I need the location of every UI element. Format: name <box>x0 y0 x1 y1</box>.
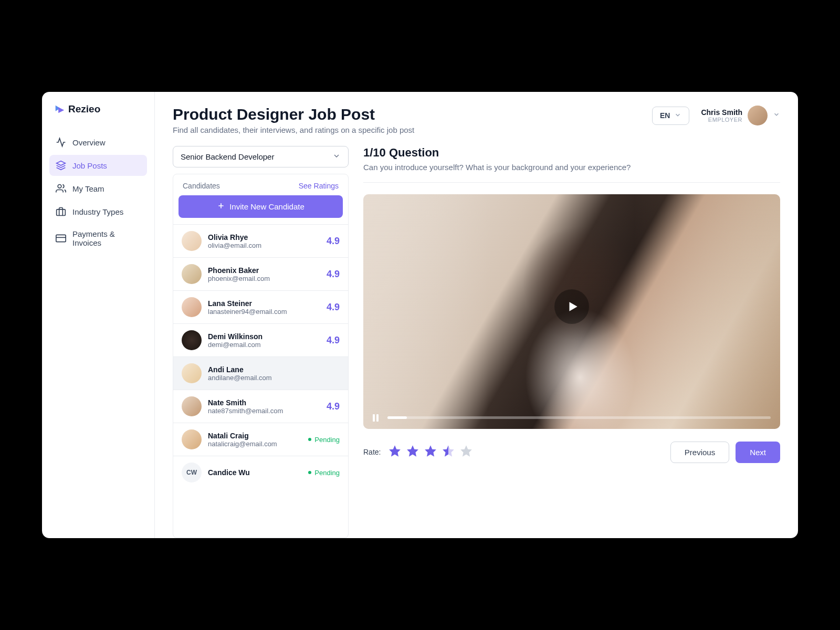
candidate-row[interactable]: Olivia Rhyeolivia@email.com4.9 <box>173 224 348 257</box>
candidate-info: Natali Craignatalicraig@email.com <box>208 432 302 448</box>
sidebar-item-industry-types[interactable]: Industry Types <box>49 201 147 222</box>
candidate-row[interactable]: Demi Wilkinsondemi@email.com4.9 <box>173 323 348 356</box>
credit-card-icon <box>56 233 66 244</box>
invite-candidate-button[interactable]: Invite New Candidate <box>178 195 343 218</box>
sidebar-item-label: My Team <box>72 184 104 193</box>
candidate-name: Nate Smith <box>208 398 320 407</box>
job-post-select[interactable]: Senior Backend Developer <box>173 146 349 167</box>
candidate-name: Natali Craig <box>208 432 302 440</box>
sidebar-item-payments-invoices[interactable]: Payments & Invoices <box>49 224 147 253</box>
svg-point-1 <box>58 185 61 188</box>
see-ratings-link[interactable]: See Ratings <box>299 182 339 190</box>
sidebar-item-label: Industry Types <box>72 207 123 216</box>
candidate-name: Candice Wu <box>208 468 302 477</box>
user-avatar <box>748 106 768 125</box>
sidebar-item-overview[interactable]: Overview <box>49 132 147 153</box>
invite-label: Invite New Candidate <box>229 202 304 211</box>
candidate-rating: 4.9 <box>327 401 340 412</box>
plus-icon <box>217 202 225 212</box>
candidate-email: andilane@email.com <box>208 374 340 382</box>
candidate-name: Lana Steiner <box>208 299 320 308</box>
main-content: Product Designer Job Post Find all candi… <box>155 92 798 538</box>
next-button[interactable]: Next <box>736 442 780 463</box>
pause-icon[interactable] <box>373 414 380 422</box>
sidebar: Rezieo OverviewJob PostsMy TeamIndustry … <box>42 92 155 538</box>
video-progress-fill <box>387 416 407 419</box>
previous-button[interactable]: Previous <box>670 442 729 463</box>
candidate-info: Demi Wilkinsondemi@email.com <box>208 332 320 349</box>
activity-icon <box>56 137 66 148</box>
candidate-avatar <box>182 297 202 317</box>
brand-logo: Rezieo <box>49 103 147 125</box>
language-selector[interactable]: EN <box>652 107 689 125</box>
candidate-avatar <box>182 396 202 416</box>
candidate-rating: 4.9 <box>327 269 340 280</box>
video-footer: Rate: Previous Next <box>363 442 780 463</box>
content-row: Senior Backend Developer Candidates See … <box>173 146 780 538</box>
chevron-down-icon <box>773 111 780 120</box>
candidate-pending-badge: Pending <box>308 436 340 444</box>
job-select-value: Senior Backend Developer <box>181 152 274 161</box>
layers-icon <box>56 160 66 171</box>
video-progress-bar[interactable] <box>387 416 771 419</box>
svg-marker-12 <box>461 445 472 457</box>
sidebar-nav: OverviewJob PostsMy TeamIndustry TypesPa… <box>49 132 147 253</box>
candidate-email: demi@email.com <box>208 341 320 349</box>
candidate-pending-badge: Pending <box>308 469 340 477</box>
star-icon[interactable] <box>388 444 402 460</box>
sidebar-item-label: Payments & Invoices <box>72 229 141 247</box>
candidate-rating: 4.9 <box>327 236 340 247</box>
candidate-info: Olivia Rhyeolivia@email.com <box>208 233 320 249</box>
candidate-row[interactable]: Andi Laneandilane@email.com <box>173 356 348 390</box>
candidate-email: olivia@email.com <box>208 242 320 249</box>
svg-rect-3 <box>56 235 66 242</box>
user-menu[interactable]: Chris Smith EMPLOYER <box>701 106 780 125</box>
candidate-row[interactable]: Natali Craignatalicraig@email.comPending <box>173 423 348 456</box>
candidate-info: Phoenix Bakerphoenix@email.com <box>208 266 320 282</box>
rating-stars[interactable] <box>388 444 473 460</box>
question-counter: 1/10 Question <box>363 146 780 160</box>
candidate-info: Lana Steinerlanasteiner94@email.com <box>208 299 320 316</box>
star-icon[interactable] <box>442 444 455 460</box>
sidebar-item-job-posts[interactable]: Job Posts <box>49 155 147 176</box>
star-icon[interactable] <box>406 444 419 460</box>
candidate-email: nate87smith@email.com <box>208 407 320 415</box>
candidate-name: Andi Lane <box>208 365 340 374</box>
candidate-avatar <box>182 264 202 284</box>
star-icon[interactable] <box>459 444 473 460</box>
candidate-avatar <box>182 330 202 350</box>
rate-label: Rate: <box>363 448 381 456</box>
candidates-panel: Candidates See Ratings Invite New Candid… <box>173 174 349 538</box>
logo-icon <box>54 103 65 115</box>
svg-marker-0 <box>57 161 66 165</box>
candidate-row[interactable]: Phoenix Bakerphoenix@email.com4.9 <box>173 257 348 290</box>
sidebar-item-label: Job Posts <box>72 161 107 170</box>
candidate-row[interactable]: CWCandice WuPending <box>173 456 348 489</box>
interview-video[interactable] <box>363 194 780 429</box>
candidate-name: Olivia Rhye <box>208 233 320 242</box>
candidate-rating: 4.9 <box>327 302 340 313</box>
user-role: EMPLOYER <box>701 117 742 123</box>
candidate-name: Phoenix Baker <box>208 266 320 275</box>
play-button[interactable] <box>554 289 589 324</box>
chevron-down-icon <box>674 111 681 120</box>
candidate-avatar <box>182 429 202 449</box>
sidebar-item-label: Overview <box>72 138 106 147</box>
star-icon[interactable] <box>424 444 437 460</box>
candidate-avatar <box>182 231 202 251</box>
topbar-actions: EN Chris Smith EMPLOYER <box>652 106 780 125</box>
question-nav: Previous Next <box>670 442 780 463</box>
candidates-list[interactable]: Olivia Rhyeolivia@email.com4.9Phoenix Ba… <box>173 224 348 538</box>
candidate-email: natalicraig@email.com <box>208 440 302 448</box>
chevron-down-icon <box>332 152 341 162</box>
page-subtitle: Find all candidates, their interviews, a… <box>173 125 414 134</box>
page-title: Product Designer Job Post <box>173 106 414 123</box>
candidate-avatar <box>182 363 202 383</box>
candidate-email: lanasteiner94@email.com <box>208 308 320 316</box>
page-heading: Product Designer Job Post Find all candi… <box>173 106 414 134</box>
candidate-row[interactable]: Lana Steinerlanasteiner94@email.com4.9 <box>173 290 348 323</box>
candidate-row[interactable]: Nate Smithnate87smith@email.com4.9 <box>173 390 348 423</box>
rating-block: Rate: <box>363 444 473 460</box>
user-info: Chris Smith EMPLOYER <box>701 108 742 123</box>
sidebar-item-my-team[interactable]: My Team <box>49 178 147 199</box>
